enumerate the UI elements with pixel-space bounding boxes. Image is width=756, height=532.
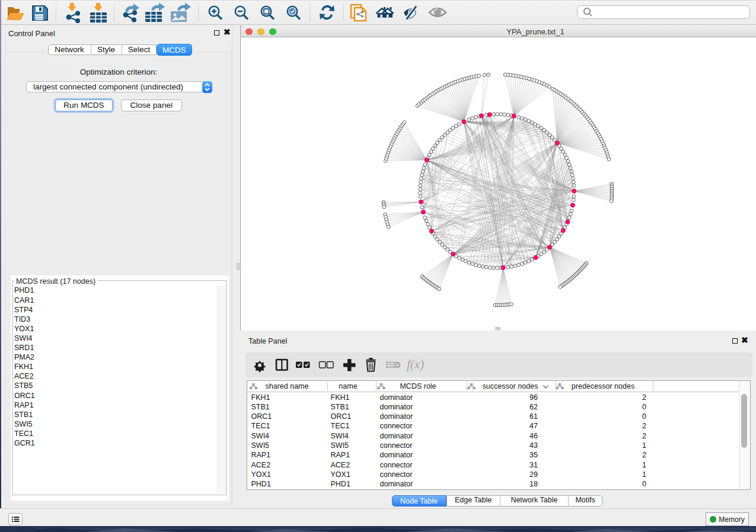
svg-text:f(x): f(x): [407, 357, 424, 371]
